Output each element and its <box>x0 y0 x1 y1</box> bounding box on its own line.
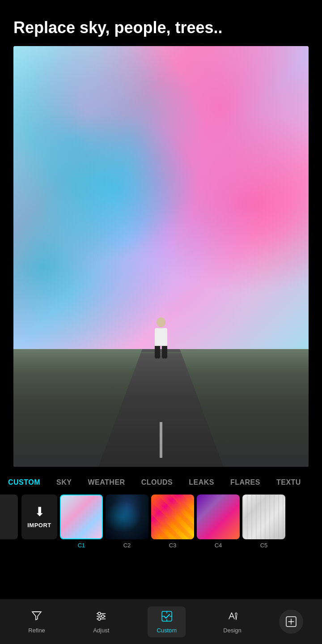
tool-refine[interactable]: Refine <box>19 606 55 637</box>
main-image <box>13 46 309 467</box>
tool-design[interactable]: Design <box>214 606 250 637</box>
preset-c2[interactable]: C2 <box>106 495 148 549</box>
category-tabs: CUSTOM SKY WEATHER CLOUDS LEAKS FLARES T… <box>0 467 322 495</box>
tab-leaks[interactable]: LEAKS <box>181 475 222 490</box>
preset-label-c2: C2 <box>123 542 131 549</box>
toolbar-spacer <box>0 556 322 605</box>
preset-c3[interactable]: C3 <box>151 495 194 549</box>
custom-label: Custom <box>157 627 177 634</box>
preset-c4[interactable]: C4 <box>197 495 240 549</box>
ground-layer <box>13 349 309 467</box>
header: Replace sky, people, trees.. <box>0 0 322 46</box>
preset-c5[interactable]: C5 <box>242 495 285 549</box>
page-title: Replace sky, people, trees.. <box>13 18 309 37</box>
import-label: IMPORT <box>27 522 51 529</box>
design-label: Design <box>223 627 241 634</box>
svg-point-3 <box>98 612 101 615</box>
svg-point-4 <box>102 615 104 618</box>
tab-clouds[interactable]: CLOUDS <box>133 475 181 490</box>
tool-custom[interactable]: Custom <box>148 606 186 637</box>
import-icon: ⬇ <box>34 506 45 518</box>
road <box>98 349 224 467</box>
svg-point-5 <box>98 618 101 620</box>
preset-label-c4: C4 <box>215 542 222 549</box>
presets-row: ⬇ IMPORT C1 C2 C3 C4 C5 <box>0 495 322 556</box>
import-button[interactable]: ⬇ IMPORT <box>21 495 57 539</box>
person-body <box>155 328 167 346</box>
custom-icon <box>161 610 173 624</box>
preset-label-c5: C5 <box>260 542 268 549</box>
road-line <box>160 440 162 458</box>
preset-c1[interactable]: C1 <box>60 495 103 549</box>
tab-textu[interactable]: TEXTU <box>268 475 309 490</box>
adjust-icon <box>95 610 107 624</box>
tool-adjust[interactable]: Adjust <box>83 606 119 637</box>
preset-label-c1: C1 <box>78 542 85 549</box>
adjust-label: Adjust <box>93 627 109 634</box>
preset-thumb-c5 <box>242 495 285 539</box>
person-figure <box>153 317 169 358</box>
bottom-toolbar: Refine Adjust Custom <box>0 599 322 644</box>
person-leg-left <box>155 346 160 358</box>
tab-weather[interactable]: WEATHER <box>80 475 133 490</box>
preset-thumb-c1 <box>60 495 103 539</box>
design-icon <box>226 610 239 624</box>
tab-flares[interactable]: FLARES <box>222 475 268 490</box>
add-button[interactable] <box>279 610 303 634</box>
road-line <box>160 422 162 440</box>
preset-thumb-c3 <box>151 495 194 539</box>
person-legs <box>155 346 167 358</box>
image-background <box>13 46 309 467</box>
refine-label: Refine <box>28 627 45 634</box>
preset-label-c3: C3 <box>169 542 177 549</box>
person-leg-right <box>162 346 167 358</box>
tab-custom[interactable]: CUSTOM <box>0 475 48 490</box>
person-head <box>157 317 165 327</box>
tab-sky[interactable]: SKY <box>48 475 80 490</box>
sky-layer <box>13 46 309 362</box>
preset-thumb-c4 <box>197 495 240 539</box>
preset-thumb-c2 <box>106 495 148 539</box>
preset-partial-left <box>0 495 18 539</box>
refine-icon <box>30 610 43 624</box>
